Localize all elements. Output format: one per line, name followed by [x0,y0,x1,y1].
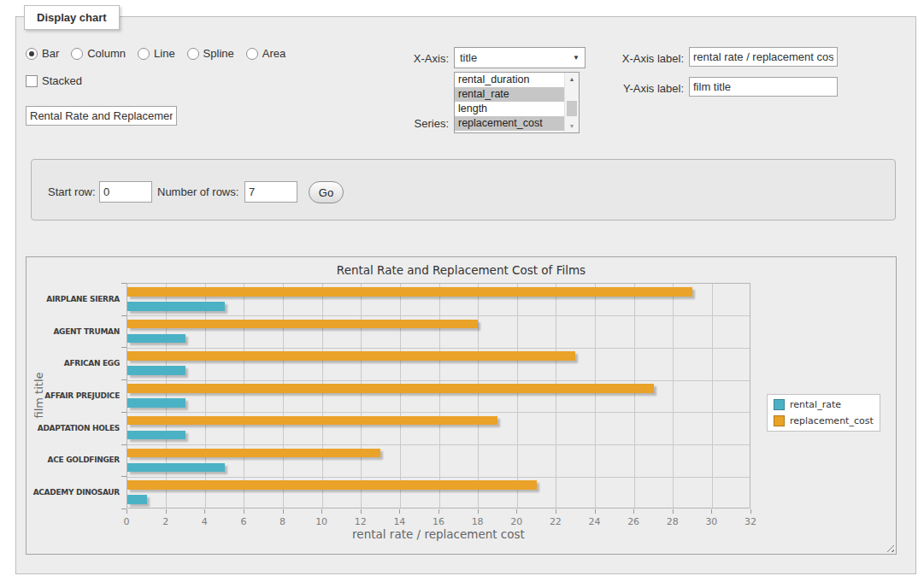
x-tick-mark [673,509,674,514]
bar-replacement_cost [127,480,537,490]
gridline-vertical [400,284,401,508]
series-option-rental_rate[interactable]: rental_rate [455,87,564,102]
gridline-horizontal [127,315,750,316]
radio-label: Column [87,47,126,60]
series-multiselect[interactable]: rental_durationrental_ratelengthreplacem… [454,72,580,133]
radio-option-column[interactable]: Column [71,47,126,60]
y-axis-label-label: Y-Axis label: [598,82,684,95]
bar-rental_rate [127,334,185,344]
radio-icon [71,48,83,60]
x-tick-label: 4 [191,516,217,527]
plot-area [127,283,750,509]
radio-option-bar[interactable]: Bar [26,47,59,60]
y-tick-mark [121,379,127,380]
x-tick-mark [127,509,127,514]
resize-handle[interactable] [886,544,894,552]
radio-option-area[interactable]: Area [246,47,285,60]
start-row-input[interactable] [99,181,152,203]
scroll-up-icon[interactable]: ▲ [565,73,579,85]
series-option-rental_duration[interactable]: rental_duration [455,73,564,87]
radio-label: Bar [42,47,59,60]
bar-rental_rate [127,431,185,440]
x-axis-label-label: X-Axis label: [598,52,684,65]
gridline-horizontal [127,477,750,478]
x-tick-label: 18 [465,516,491,527]
x-tick-mark [204,509,205,514]
x-tick-mark [711,509,712,514]
x-tick-mark [438,509,439,514]
series-option-replacement_cost[interactable]: replacement_cost [455,116,564,131]
x-axis-selected-value: title [460,51,477,64]
category-label: AGENT TRUMAN [31,315,120,348]
x-tick-label: 24 [582,516,608,527]
gridline-horizontal [127,380,750,381]
stacked-checkbox[interactable]: Stacked [26,74,82,87]
gridline-horizontal [127,348,750,349]
category-label: ACADEMY DINOSAUR [31,476,120,509]
legend-item: replacement_cost [768,413,880,429]
x-tick-mark [750,509,751,514]
series-select-label: Series: [376,117,449,130]
checkbox-icon [26,75,38,87]
x-tick-mark [595,509,596,514]
x-axis-select[interactable]: title ▼ [454,47,586,68]
bar-replacement_cost [127,384,654,393]
radio-icon [138,48,150,60]
y-tick-mark [121,315,127,316]
gridline-vertical [283,284,284,508]
x-tick-label: 32 [738,516,763,527]
radio-label: Line [154,47,175,60]
bar-rental_rate [127,495,147,504]
x-tick-mark [166,509,167,514]
scrollbar-thumb[interactable] [567,101,577,116]
gridline-vertical [322,284,323,508]
chevron-down-icon: ▼ [573,54,580,62]
series-list-scrollbar[interactable]: ▲ ▼ [564,73,579,132]
y-tick-mark [121,476,127,477]
y-axis-label-input[interactable] [689,77,838,97]
gridline-vertical [478,284,479,508]
x-tick-mark [633,509,634,514]
series-option-length[interactable]: length [455,102,564,116]
category-label: AFFAIR PREJUDICE [31,379,120,412]
x-tick-mark [321,509,322,514]
x-tick-label: 16 [426,516,451,527]
radio-icon [246,48,258,60]
gridline-vertical [595,284,596,508]
category-label: AIRPLANE SIERRA [31,283,120,315]
chart-type-radio-group: BarColumnLineSplineArea [26,47,285,60]
gridline-vertical [673,284,674,508]
x-tick-label: 30 [698,516,724,527]
gridline-vertical [244,284,244,508]
chart-title-input[interactable] [26,106,177,126]
y-tick-mark [121,444,127,445]
radio-option-spline[interactable]: Spline [187,47,234,60]
x-tick-mark [516,509,517,514]
x-tick-label: 6 [231,516,256,527]
x-tick-label: 12 [348,516,374,527]
radio-option-line[interactable]: Line [138,47,175,60]
gridline-horizontal [127,444,750,445]
radio-label: Spline [203,47,234,60]
radio-icon [26,48,38,60]
scroll-down-icon[interactable]: ▼ [565,120,579,132]
go-button[interactable]: Go [309,181,344,203]
legend-swatch-rental_rate [774,399,785,410]
x-tick-label: 26 [621,516,646,527]
category-label: ADAPTATION HOLES [31,412,120,444]
number-of-rows-input[interactable] [244,181,297,203]
radio-label: Area [262,47,285,60]
legend-swatch-replacement_cost [774,415,785,426]
x-axis-label-input[interactable] [689,47,838,67]
chart-legend: rental_ratereplacement_cost [767,394,880,432]
gridline-vertical [712,284,713,508]
radio-dot [29,51,34,56]
x-tick-mark [283,509,284,514]
x-tick-mark [478,509,479,514]
x-tick-label: 8 [270,516,296,527]
chart-title: Rental Rate and Replacement Cost of Film… [26,263,896,277]
bar-replacement_cost [127,320,478,329]
gridline-vertical [556,284,556,508]
bar-rental_rate [127,302,225,311]
x-tick-mark [399,509,400,514]
